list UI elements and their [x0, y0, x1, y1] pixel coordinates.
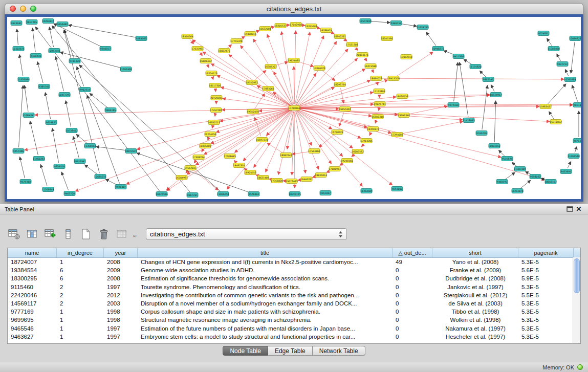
graph-node[interactable]: 11264509: [360, 189, 372, 193]
graph-node[interactable]: 16215940: [364, 64, 376, 69]
graph-node[interactable]: 11084357: [23, 113, 34, 118]
graph-node[interactable]: 9741328: [69, 59, 80, 63]
graph-node[interactable]: 16204981: [176, 176, 187, 180]
graph-node[interactable]: 16440287: [300, 177, 312, 182]
graph-node[interactable]: 9745216: [476, 131, 487, 136]
network-graph[interactable]: 1724016418510264176359811688043219204175…: [7, 17, 581, 199]
graph-node[interactable]: 17308294: [192, 155, 204, 160]
graph-node[interactable]: 17294086: [391, 133, 403, 137]
table-row[interactable]: 2242004622012Investigating the contribut…: [8, 291, 580, 299]
table-row[interactable]: 946362711997Embryonic stem cells: a mode…: [8, 333, 580, 341]
graph-node[interactable]: 18062947: [280, 153, 292, 158]
graph-node[interactable]: 11592408: [120, 67, 132, 72]
column-header[interactable]: △ out_de...: [393, 248, 432, 257]
graph-node[interactable]: 10457293: [58, 93, 70, 97]
graph-node[interactable]: 9928407: [115, 185, 126, 189]
graph-node[interactable]: 17521308: [346, 42, 358, 47]
table-row[interactable]: 977716911998Corpus callosum shape and si…: [8, 308, 580, 316]
delete-table-button[interactable]: [97, 228, 111, 241]
table-row[interactable]: 969969511998Structural magnetic resonanc…: [8, 316, 580, 324]
function-builder-button[interactable]: f(x): [133, 228, 147, 241]
graph-node[interactable]: 11036758: [217, 192, 229, 196]
table-row[interactable]: 1456911722003Disruption of a novel membe…: [8, 299, 580, 308]
graph-node[interactable]: 9658032: [530, 174, 541, 179]
graph-node[interactable]: 9351847: [320, 191, 331, 195]
graph-node[interactable]: 10572839: [359, 19, 371, 24]
graph-node[interactable]: 10534967: [490, 93, 502, 97]
graph-node[interactable]: 18415209: [387, 76, 399, 81]
tab-node-table[interactable]: Node Table: [223, 346, 268, 356]
graph-node[interactable]: 9547213: [557, 62, 568, 67]
graph-node[interactable]: 16087532: [352, 149, 363, 154]
graph-node[interactable]: 17240164: [288, 106, 300, 111]
table-row[interactable]: 1938455462009Genome-wide association stu…: [8, 266, 580, 274]
graph-node[interactable]: 9693082: [391, 187, 403, 191]
graph-node[interactable]: 10873529: [125, 149, 137, 154]
graph-node[interactable]: 16385207: [265, 64, 276, 69]
graph-node[interactable]: 9650482: [57, 22, 68, 27]
graph-node[interactable]: 11526084: [17, 77, 29, 82]
graph-node[interactable]: 16502318: [372, 115, 383, 119]
graph-node[interactable]: 10842157: [545, 180, 556, 184]
show-columns-button[interactable]: [25, 228, 39, 241]
graph-node[interactable]: 9836514: [54, 164, 65, 169]
float-panel-button[interactable]: [565, 205, 574, 213]
graph-node[interactable]: 17062418: [400, 55, 412, 59]
graph-node[interactable]: 10893546: [48, 49, 60, 53]
graph-node[interactable]: 10096327: [569, 36, 581, 41]
column-header[interactable]: pagerank: [518, 248, 574, 257]
graph-node[interactable]: 9468593: [496, 180, 508, 184]
graph-node[interactable]: 10264837: [42, 19, 54, 24]
graph-node[interactable]: 19738025: [331, 130, 343, 135]
graph-node[interactable]: 18347590: [381, 36, 393, 41]
graph-node[interactable]: 9417536: [453, 54, 464, 59]
graph-node[interactable]: 11302875: [12, 47, 24, 51]
graph-node[interactable]: 17680923: [329, 167, 340, 171]
graph-node[interactable]: 11307489: [514, 167, 526, 171]
graph-node[interactable]: 18750932: [246, 80, 257, 85]
graph-node[interactable]: 19072635: [286, 179, 297, 184]
graph-node[interactable]: 9862341: [483, 77, 494, 82]
graph-node[interactable]: 10685231: [94, 174, 106, 179]
table-row[interactable]: 1830029562008Estimation of significance …: [8, 274, 580, 282]
graph-node[interactable]: 9817205: [26, 20, 37, 25]
graph-node[interactable]: 9523641: [11, 21, 22, 26]
graph-node[interactable]: 9279458: [448, 103, 459, 107]
graph-node[interactable]: 11024765: [417, 25, 428, 30]
table-row[interactable]: 946554611997Estimation of the future num…: [8, 324, 580, 333]
table-row[interactable]: 1872400712008Changes of HCN gene express…: [8, 258, 580, 266]
graph-node[interactable]: 19480216: [244, 32, 256, 36]
graph-node[interactable]: 9604185: [105, 108, 116, 113]
graph-node[interactable]: 11175820: [469, 64, 481, 69]
graph-node[interactable]: 9785063: [136, 36, 147, 41]
graph-node[interactable]: 16697231: [256, 138, 268, 142]
tab-network-table[interactable]: Network Table: [313, 346, 365, 356]
graph-node[interactable]: 18510264: [181, 34, 193, 39]
graph-node[interactable]: 18390476: [367, 127, 379, 132]
minimize-window-button[interactable]: [20, 6, 26, 12]
graph-node[interactable]: 16710852: [550, 120, 561, 124]
graph-node[interactable]: 9385760: [38, 84, 50, 89]
graph-node[interactable]: 10948275: [432, 47, 444, 51]
import-table-button[interactable]: [43, 228, 57, 241]
window-titlebar[interactable]: citations_edges.txt: [5, 3, 583, 14]
scrollbar-thumb[interactable]: [574, 258, 580, 293]
graph-node[interactable]: 19204175: [205, 71, 217, 76]
graph-node[interactable]: 16950713: [208, 120, 220, 125]
graph-node[interactable]: 18940261: [334, 34, 345, 39]
graph-node[interactable]: 9528463: [248, 192, 259, 196]
graph-node[interactable]: 16880432: [200, 59, 211, 63]
graph-node[interactable]: 10429586: [156, 192, 167, 196]
graph-node[interactable]: 18621409: [257, 176, 269, 180]
graph-node[interactable]: 9516824: [502, 157, 513, 161]
graph-node[interactable]: 11382460: [548, 47, 559, 51]
graph-node[interactable]: 19561340: [398, 113, 409, 118]
graph-node[interactable]: 18022475: [218, 49, 230, 53]
graph-node[interactable]: 9871342: [573, 139, 581, 143]
graph-node[interactable]: 9346152: [390, 21, 402, 26]
graph-node[interactable]: 10738452: [66, 128, 77, 133]
network-canvas[interactable]: 1724016418510264176359811688043219204175…: [5, 14, 583, 202]
new-document-button[interactable]: [79, 228, 93, 241]
graph-node[interactable]: 18293764: [334, 82, 345, 87]
graph-node[interactable]: 21204356: [204, 132, 216, 137]
